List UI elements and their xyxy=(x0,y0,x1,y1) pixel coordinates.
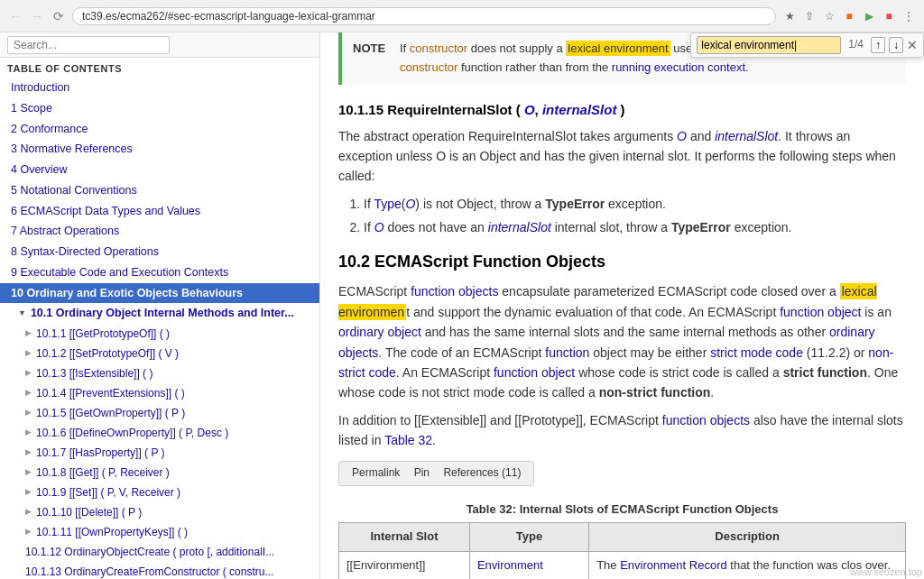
function-link[interactable]: function xyxy=(545,345,589,360)
toc-label: 2 Conformance xyxy=(11,121,88,138)
function-object-link2[interactable]: function object xyxy=(494,365,575,380)
toc-item-ordinarycreatefromconstructor[interactable]: 10.1.13 OrdinaryCreateFromConstructor ( … xyxy=(0,562,319,579)
function-objects-link[interactable]: function objects xyxy=(411,284,498,299)
toc-item-scope[interactable]: 1 Scope xyxy=(0,98,319,119)
expand-icon: ▶ xyxy=(25,347,32,360)
step-2: If O does not have an internalSlot inter… xyxy=(364,217,906,237)
main-layout: TABLE OF CONTENTS Introduction 1 Scope 2… xyxy=(0,32,924,579)
references-text[interactable]: References (11) xyxy=(443,466,521,479)
play-icon[interactable]: ▶ xyxy=(861,8,877,24)
toc-label: 8 Syntax-Directed Operations xyxy=(11,244,159,261)
constructor-link[interactable]: constructor xyxy=(410,41,467,55)
toc-item-ordinary-exotic[interactable]: 10 Ordinary and Exotic Objects Behaviour… xyxy=(0,283,319,304)
toc-label: 10.1.2 [[SetPrototypeOf]] ( V ) xyxy=(36,345,179,362)
step2-slot: internalSlot xyxy=(488,220,551,234)
reload-button[interactable]: ⟳ xyxy=(51,8,67,24)
toc-item-overview[interactable]: 4 Overview xyxy=(0,160,319,180)
toc-item-ownpropertykeys[interactable]: ▶ 10.1.11 [[OwnPropertyKeys]] ( ) xyxy=(0,522,319,542)
param-O: O xyxy=(524,102,535,117)
toc-label: 10.1.6 [[DefineOwnProperty]] ( P, Desc ) xyxy=(36,425,228,441)
toc-header: TABLE OF CONTENTS xyxy=(0,58,319,78)
section-10-2-title: 10.2 ECMAScript Function Objects xyxy=(338,249,906,275)
toc-item-get[interactable]: ▶ 10.1.8 [[Get]] ( P, Receiver ) xyxy=(0,463,319,482)
toc-label: 7 Abstract Operations xyxy=(11,223,119,240)
col-header-slot: Internal Slot xyxy=(339,523,470,552)
section-10-2-text1: ECMAScript function objects encapsulate … xyxy=(338,281,906,402)
share-icon[interactable]: ⇧ xyxy=(801,8,818,24)
bookmark-icon[interactable]: ★ xyxy=(781,8,798,24)
find-prev-button[interactable]: ↑ xyxy=(871,37,885,53)
toc-item-introduction[interactable]: Introduction xyxy=(0,78,319,98)
expand-icon: ▶ xyxy=(25,327,32,340)
permalink-text[interactable]: Permalink xyxy=(352,466,400,479)
expand-icon: ▶ xyxy=(25,407,32,419)
toc-item-defineownproperty[interactable]: ▶ 10.1.6 [[DefineOwnProperty]] ( P, Desc… xyxy=(0,423,319,443)
cell-slot: [[Environment]] xyxy=(339,552,470,579)
toc-item-normative[interactable]: 3 Normative References xyxy=(0,139,319,160)
find-input[interactable] xyxy=(697,36,841,54)
step1-O: O xyxy=(405,197,415,211)
toc-label: 10.1.5 [[GetOwnProperty]] ( P ) xyxy=(36,405,185,421)
strict-mode-code-link[interactable]: strict mode code xyxy=(710,345,803,360)
toc-item-executable[interactable]: 9 Executable Code and Execution Contexts xyxy=(0,262,319,283)
strict-function-text: strict function xyxy=(783,365,867,380)
table-32: Internal Slot Type Description [[Environ… xyxy=(338,522,906,579)
section-10-1-15-title: 10.1.15 RequireInternalSlot ( O, interna… xyxy=(338,99,906,121)
toc-item-ordinaryobjectcreate[interactable]: 10.1.12 OrdinaryObjectCreate ( proto [, … xyxy=(0,542,319,562)
non-strict-function-text: non-strict function xyxy=(599,385,711,400)
address-bar[interactable]: tc39.es/ecma262/#sec-ecmascript-language… xyxy=(72,7,776,25)
function-objects-link2[interactable]: function objects xyxy=(662,413,750,427)
toc-item-getownproperty[interactable]: ▶ 10.1.5 [[GetOwnProperty]] ( P ) xyxy=(0,403,319,423)
env-record-link2[interactable]: Environment Record xyxy=(620,558,727,572)
type-link[interactable]: Type xyxy=(374,197,401,211)
toc-item-conformance[interactable]: 2 Conformance xyxy=(0,119,319,140)
function-object-link[interactable]: function object xyxy=(780,305,861,319)
toc-item-datatypes[interactable]: 6 ECMAScript Data Types and Values xyxy=(0,201,319,222)
arg-internalSlot: internalSlot xyxy=(715,129,778,143)
back-button[interactable]: ← xyxy=(7,8,23,24)
steps-list: If Type(O) is not Object, throw a TypeEr… xyxy=(338,194,906,238)
toc-item-delete[interactable]: ▶ 10.1.10 [[Delete]] ( P ) xyxy=(0,502,319,522)
col-header-desc: Description xyxy=(589,523,906,552)
find-next-button[interactable]: ↓ xyxy=(889,37,903,53)
pin-text[interactable]: Pin xyxy=(414,466,430,479)
permalink-bar: Permalink Pin References (11) xyxy=(338,461,534,485)
toc-label: 5 Notational Conventions xyxy=(11,182,137,199)
ordinary-object-link[interactable]: ordinary object xyxy=(338,325,421,339)
expand-icon: ▶ xyxy=(25,526,32,538)
find-close-button[interactable]: ✕ xyxy=(907,38,918,52)
running-execution-context-link[interactable]: running execution context xyxy=(612,60,745,74)
extension-icon[interactable]: ■ xyxy=(841,8,857,24)
toc-item-hasproperty[interactable]: ▶ 10.1.7 [[HasProperty]] ( P ) xyxy=(0,443,319,463)
env-record-link[interactable]: Environment Record xyxy=(477,558,543,579)
step2-O: O xyxy=(374,220,384,234)
toc-item-notational[interactable]: 5 Notational Conventions xyxy=(0,180,319,201)
toc-item-preventextensions[interactable]: ▶ 10.1.4 [[PreventExtensions]] ( ) xyxy=(0,383,319,403)
constructor-link2[interactable]: constructor xyxy=(400,60,457,74)
forward-button[interactable]: → xyxy=(29,8,45,24)
toc-label: 10.1 Ordinary Object Internal Methods an… xyxy=(31,305,294,322)
expand-icon: ▶ xyxy=(25,466,32,479)
table32-link[interactable]: Table 32 xyxy=(384,433,432,447)
toc-label: Introduction xyxy=(11,79,69,96)
toc-item-getprototypeof[interactable]: ▶ 10.1.1 [[GetPrototypeOf]] ( ) xyxy=(0,324,319,344)
toc-label: 10.1.11 [[OwnPropertyKeys]] ( ) xyxy=(36,524,188,540)
shield-icon[interactable]: ■ xyxy=(881,8,897,24)
search-input[interactable] xyxy=(7,36,170,54)
toc-item-set[interactable]: ▶ 10.1.9 [[Set]] ( P, V, Receiver ) xyxy=(0,482,319,502)
cell-desc: The Environment Record that the function… xyxy=(589,552,906,579)
expand-icon: ▶ xyxy=(25,506,32,519)
toc-item-setprototypeof[interactable]: ▶ 10.1.2 [[SetPrototypeOf]] ( V ) xyxy=(0,344,319,363)
toc-item-syntax-directed[interactable]: 8 Syntax-Directed Operations xyxy=(0,242,319,262)
step1-error: TypeError xyxy=(545,197,605,211)
menu-icon[interactable]: ⋮ xyxy=(901,8,917,24)
toc-item-abstract[interactable]: 7 Abstract Operations xyxy=(0,221,319,242)
star-icon[interactable]: ☆ xyxy=(821,8,837,24)
step2-error: TypeError xyxy=(671,220,731,234)
expand-icon: ▶ xyxy=(25,486,32,499)
toc-label: 3 Normative References xyxy=(11,141,133,158)
search-area xyxy=(0,32,319,58)
toc-label: 10.1.13 OrdinaryCreateFromConstructor ( … xyxy=(25,564,273,579)
toc-item-isextensible[interactable]: ▶ 10.1.3 [[IsExtensible]] ( ) xyxy=(0,363,319,383)
toc-item-ordinary-internal[interactable]: ▼ 10.1 Ordinary Object Internal Methods … xyxy=(0,303,319,324)
